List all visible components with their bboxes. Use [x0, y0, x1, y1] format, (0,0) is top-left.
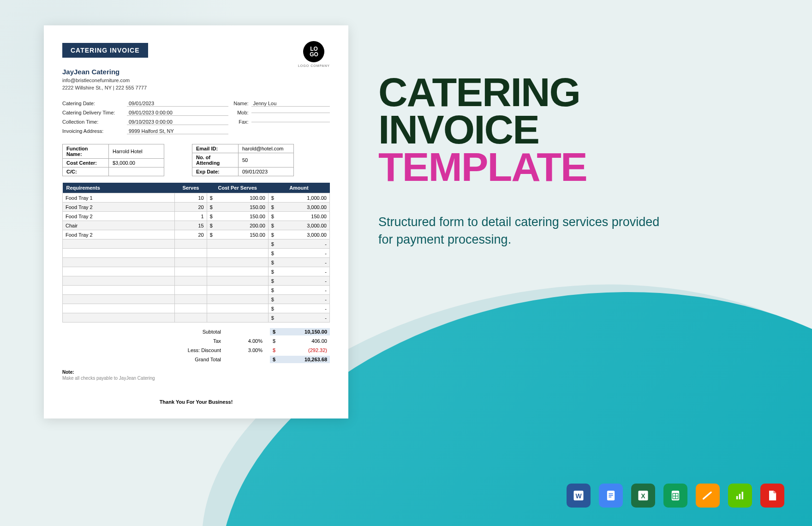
cell-requirement: [63, 304, 175, 313]
cell-cost: $150.00: [207, 230, 268, 239]
apple-numbers-icon[interactable]: [728, 484, 752, 508]
cell-amount: $-: [268, 267, 329, 276]
title-line-1: CATERING: [378, 74, 674, 111]
box-label: Exp Date:: [192, 167, 239, 176]
table-row: $-: [63, 276, 330, 286]
cell-requirement: Food Tray 1: [63, 193, 175, 203]
cell-serves: 1: [175, 212, 207, 221]
info-value: [251, 122, 330, 122]
google-sheets-icon[interactable]: [663, 484, 687, 508]
tax-pct: 4.00%: [228, 338, 270, 344]
note-text: Make all checks payable to JayJean Cater…: [62, 376, 330, 381]
tax-label: Tax: [173, 338, 228, 344]
cell-amount: $3,000.00: [268, 221, 329, 230]
subtotal-value: $10,150.00: [270, 328, 330, 335]
svg-rect-14: [742, 492, 744, 499]
cell-serves: 10: [175, 193, 207, 203]
svg-rect-4: [609, 495, 613, 496]
table-row: Food Tray 220$150.00$3,000.00: [63, 230, 330, 239]
info-label: Mob:: [228, 110, 251, 115]
cell-requirement: [63, 258, 175, 267]
info-label: Catering Date:: [62, 101, 127, 106]
cell-serves: 20: [175, 230, 207, 239]
discount-value: $(292.32): [270, 347, 330, 354]
info-label: Name:: [228, 101, 251, 106]
cell-cost: [207, 276, 268, 286]
info-value: [251, 113, 330, 113]
box-value: 09/01/2023: [239, 167, 294, 176]
cell-cost: [207, 304, 268, 313]
pdf-icon[interactable]: [760, 484, 784, 508]
cell-serves: [175, 258, 207, 267]
info-left-col: Catering Date:09/01/2023Catering Deliver…: [62, 99, 228, 136]
table-row: $-: [63, 286, 330, 295]
box-row: Exp Date:09/01/2023: [192, 167, 294, 176]
info-line: Mob:: [228, 108, 330, 117]
table-row: $-: [63, 313, 330, 323]
svg-text:X: X: [641, 492, 645, 500]
table-row: $-: [63, 295, 330, 304]
box-label: No. of Attending: [192, 153, 239, 167]
company-name: JayJean Catering: [62, 68, 330, 76]
cell-amount: $3,000.00: [268, 230, 329, 239]
info-label: Invoicing Address:: [62, 128, 127, 134]
cell-serves: [175, 239, 207, 249]
note-block: Note: Make all checks payable to JayJean…: [62, 370, 330, 381]
word-icon[interactable]: W: [567, 484, 591, 508]
info-label: Catering Delivery Time:: [62, 110, 127, 115]
cell-serves: [175, 276, 207, 286]
marketing-description: Structured form to detail catering servi…: [378, 214, 674, 249]
cell-serves: [175, 249, 207, 258]
box-value: harold@hotel.com: [239, 144, 294, 153]
logo-icon: LO GO: [303, 41, 324, 62]
table-row: Food Tray 220$150.00$3,000.00: [63, 203, 330, 212]
company-email: info@bristleconefurniture.com: [62, 78, 330, 83]
info-value: 09/10/2023 0:00:00: [127, 119, 228, 125]
box-value: $3,000.00: [109, 159, 164, 167]
info-value: 09/01/2023 0:00:00: [127, 110, 228, 116]
cell-serves: [175, 267, 207, 276]
cell-requirement: [63, 276, 175, 286]
cell-requirement: [63, 313, 175, 323]
cell-amount: $-: [268, 249, 329, 258]
google-docs-icon[interactable]: [599, 484, 623, 508]
apple-pages-icon[interactable]: [696, 484, 720, 508]
info-line: Fax:: [228, 117, 330, 126]
cell-cost: [207, 267, 268, 276]
cell-amount: $150.00: [268, 212, 329, 221]
excel-icon[interactable]: X: [631, 484, 655, 508]
attendee-box: Email ID:harold@hotel.comNo. of Attendin…: [192, 144, 294, 176]
invoice-badge: CATERING INVOICE: [62, 43, 148, 58]
box-value: [109, 167, 164, 176]
svg-rect-12: [736, 496, 738, 499]
cell-cost: [207, 239, 268, 249]
box-label: Email ID:: [192, 144, 239, 153]
cell-serves: [175, 313, 207, 323]
cell-requirement: [63, 249, 175, 258]
cell-requirement: [63, 267, 175, 276]
cell-amount: $-: [268, 304, 329, 313]
discount-pct: 3.00%: [228, 347, 270, 353]
subtotal-label: Subtotal: [173, 329, 228, 335]
table-row: $-: [63, 258, 330, 267]
cell-serves: 15: [175, 221, 207, 230]
box-row: Function Name:Harrold Hotel: [63, 144, 164, 159]
table-row: Chair15$200.00$3,000.00: [63, 221, 330, 230]
box-label: Function Name:: [63, 144, 109, 159]
tax-value: $406.00: [270, 337, 330, 345]
table-row: $-: [63, 267, 330, 276]
grandtotal-value: $10,263.68: [270, 356, 330, 363]
table-row: Food Tray 21$150.00$150.00: [63, 212, 330, 221]
info-label: Collection Time:: [62, 119, 127, 125]
svg-rect-3: [609, 493, 613, 494]
svg-text:W: W: [575, 492, 582, 500]
table-row: Food Tray 110$100.00$1,000.00: [63, 193, 330, 203]
info-value: 9999 Halford St, NY: [127, 128, 228, 134]
info-line: Catering Delivery Time:09/01/2023 0:00:0…: [62, 108, 228, 117]
th-requirements: Requirements: [63, 183, 175, 193]
company-block: JayJean Catering info@bristleconefurnitu…: [62, 68, 330, 90]
totals-block: Subtotal $10,150.00 Tax 4.00% $406.00 Le…: [62, 327, 330, 364]
box-label: C/C:: [63, 167, 109, 176]
cell-requirement: Food Tray 2: [63, 212, 175, 221]
thank-you-text: Thank You For Your Business!: [62, 399, 330, 405]
